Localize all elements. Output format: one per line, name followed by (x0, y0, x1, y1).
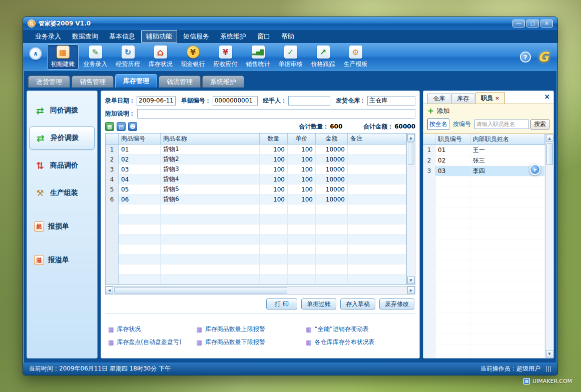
empty-cell[interactable] (316, 264, 348, 274)
menu-item-system-maintenance[interactable]: 系统维护 (215, 30, 251, 43)
cell-amount[interactable]: 10000 (316, 154, 348, 164)
empty-cell[interactable] (348, 244, 406, 254)
post-voucher-button[interactable]: 单据过账 (301, 298, 336, 310)
empty-cell[interactable] (470, 176, 545, 187)
filter-by-code-button[interactable]: 按编号 (451, 118, 473, 130)
save-draft-button[interactable]: 存入草稿 (340, 298, 375, 310)
cell-qty[interactable]: 100 (260, 194, 288, 204)
scroll-down-icon[interactable]: ▼ (407, 276, 415, 284)
empty-cell[interactable] (348, 214, 406, 224)
empty-cell[interactable] (260, 204, 288, 214)
cell-price[interactable]: 100 (288, 174, 316, 184)
cell-name[interactable]: 货物6 (161, 194, 260, 204)
empty-cell[interactable] (260, 214, 288, 224)
sidebar-item-goods-price-adjust[interactable]: ⇅ 商品调价 (27, 154, 97, 177)
empty-cell[interactable] (435, 334, 470, 344)
cell-price[interactable]: 100 (288, 164, 316, 174)
sidebar-item-overflow-report[interactable]: 溢 报溢单 (27, 248, 97, 272)
cell-name[interactable]: 货物5 (161, 184, 260, 194)
calculator-icon[interactable]: ▤ (117, 122, 126, 131)
cell-price[interactable]: 100 (288, 154, 316, 164)
empty-cell[interactable] (161, 274, 260, 284)
warehouse-field[interactable] (367, 96, 415, 106)
sidebar-item-production-assembly[interactable]: ⚒ 生产组装 (27, 182, 97, 204)
close-button[interactable]: × (540, 20, 553, 28)
sidebar-item-same-price-transfer[interactable]: ⇄ 同价调拨 (27, 99, 97, 122)
empty-cell[interactable] (316, 224, 348, 234)
cell-note[interactable] (348, 164, 406, 174)
empty-cell[interactable] (119, 254, 161, 264)
empty-cell[interactable] (470, 355, 545, 358)
tab-staff[interactable]: 职员 × (475, 92, 505, 104)
menu-item-sms-service[interactable]: 短信服务 (178, 30, 214, 43)
empty-cell[interactable] (435, 176, 470, 187)
empty-cell[interactable] (316, 214, 348, 224)
toolbar-item-initial-setup[interactable]: ▦ 初期建账 (47, 44, 79, 70)
doc-no-field[interactable] (213, 96, 258, 106)
cell-qty[interactable]: 100 (260, 184, 288, 194)
empty-cell[interactable] (470, 324, 545, 334)
toolbar-item-sales-statistics[interactable]: ▂▅█ 销售统计 (242, 44, 274, 70)
tab-sales-management[interactable]: 销售管理 (72, 76, 114, 88)
empty-cell[interactable] (119, 234, 161, 244)
tab-purchase-management[interactable]: 进货管理 (28, 76, 70, 88)
cell-price[interactable]: 100 (288, 144, 316, 154)
empty-cell[interactable] (161, 264, 260, 274)
inventory-status-link[interactable]: ▦ 库存状况 (108, 323, 193, 336)
toolbar-item-business-history[interactable]: ↻ 经营历程 (112, 44, 144, 70)
menu-item-business-entry[interactable]: 业务录入 (30, 30, 66, 43)
tab-warehouse[interactable]: 仓库 (427, 93, 450, 104)
tab-system-maintenance[interactable]: 系统维护 (202, 76, 244, 88)
empty-cell[interactable] (119, 204, 161, 214)
cell-qty[interactable]: 100 (260, 174, 288, 184)
cell-amount[interactable]: 10000 (316, 194, 348, 204)
almighty-flow-report-link[interactable]: ▦ “全能”进销存变动表 (306, 323, 412, 336)
empty-cell[interactable] (316, 254, 348, 264)
empty-cell[interactable] (435, 324, 470, 334)
cell-name[interactable]: 货物1 (161, 144, 260, 154)
cell-name[interactable]: 货物3 (161, 164, 260, 174)
scroll-up-icon[interactable]: ▲ (407, 134, 415, 142)
stock-upper-limit-alert-link[interactable]: ▦ 库存商品数量上限报警 (196, 323, 303, 336)
minimize-button[interactable]: — (512, 20, 525, 28)
cell-price[interactable]: 100 (288, 194, 316, 204)
table-vscrollbar[interactable]: ▲ ▼ (406, 134, 415, 284)
empty-cell[interactable] (435, 250, 470, 260)
empty-cell[interactable] (348, 204, 406, 214)
empty-cell[interactable] (470, 198, 545, 208)
empty-cell[interactable] (288, 244, 316, 254)
empty-cell[interactable] (435, 313, 470, 324)
cell-code[interactable]: 01 (119, 144, 161, 154)
empty-cell[interactable] (161, 224, 260, 234)
empty-cell[interactable] (470, 218, 545, 229)
insert-row-icon[interactable]: ▦ (105, 122, 114, 131)
empty-cell[interactable] (470, 302, 545, 313)
staff-picker-icon[interactable]: ☻ (128, 122, 137, 131)
cell-code[interactable]: 05 (119, 184, 161, 194)
toolbar-item-inventory-status[interactable]: ⌂ 库存状况 (145, 44, 176, 70)
empty-cell[interactable] (260, 254, 288, 264)
staff-search-input[interactable] (474, 120, 529, 129)
empty-cell[interactable] (260, 234, 288, 244)
empty-cell[interactable] (435, 208, 470, 218)
empty-cell[interactable] (348, 224, 406, 234)
empty-cell[interactable] (470, 240, 545, 250)
empty-cell[interactable] (260, 274, 288, 284)
empty-cell[interactable] (288, 254, 316, 264)
empty-cell[interactable] (288, 204, 316, 214)
stock-lower-limit-alert-link[interactable]: ▦ 库存商品数量下限报警 (196, 336, 303, 349)
empty-cell[interactable] (316, 234, 348, 244)
note-field[interactable] (137, 109, 415, 118)
cell-qty[interactable]: 100 (260, 144, 288, 154)
date-field[interactable] (137, 96, 176, 106)
empty-cell[interactable] (348, 264, 406, 274)
hscroll-thumb[interactable] (114, 287, 287, 294)
empty-cell[interactable] (348, 254, 406, 264)
empty-cell[interactable] (260, 264, 288, 274)
print-button[interactable]: 打 印 (266, 298, 297, 310)
toolbar-item-production-template[interactable]: ⚙ 生产模板 (340, 44, 371, 70)
empty-cell[interactable] (470, 282, 545, 292)
empty-cell[interactable] (435, 344, 470, 355)
empty-cell[interactable] (470, 208, 545, 218)
cell-amount[interactable]: 10000 (316, 174, 348, 184)
